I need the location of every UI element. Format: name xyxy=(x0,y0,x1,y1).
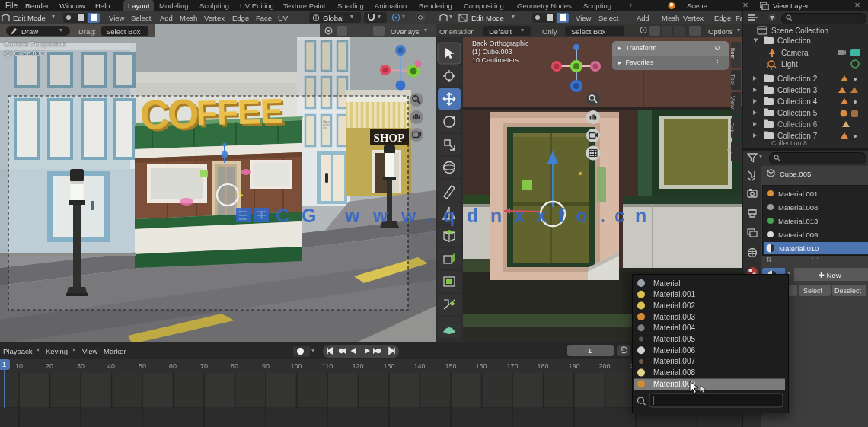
svg-text:o: o xyxy=(576,205,587,226)
svg-text:c: c xyxy=(614,205,625,226)
svg-text:n: n xyxy=(490,205,502,226)
svg-text:60: 60 xyxy=(169,362,177,370)
svg-text:20: 20 xyxy=(46,362,53,370)
svg-text:Material: Material xyxy=(653,279,681,288)
svg-text:Material.008: Material.008 xyxy=(653,368,695,377)
svg-text:Camera: Camera xyxy=(781,49,809,57)
svg-text:Collection 8: Collection 8 xyxy=(771,139,807,147)
svg-text:w: w xyxy=(400,205,416,226)
svg-text:Light: Light xyxy=(781,60,798,69)
svg-text:Material.006: Material.006 xyxy=(653,346,695,355)
svg-text:Scene Collection: Scene Collection xyxy=(771,27,828,35)
svg-text:50: 50 xyxy=(139,362,146,370)
svg-text:Material.009: Material.009 xyxy=(778,231,818,239)
svg-text:Collection 2: Collection 2 xyxy=(777,75,818,83)
svg-text:180: 180 xyxy=(537,362,548,370)
svg-text:G: G xyxy=(302,205,316,226)
svg-text:170: 170 xyxy=(506,362,518,370)
svg-text:Collection 6: Collection 6 xyxy=(777,120,818,129)
svg-text:x: x xyxy=(536,205,547,226)
svg-text:.: . xyxy=(600,205,605,226)
svg-text:200: 200 xyxy=(598,362,610,370)
svg-text:10: 10 xyxy=(15,362,23,370)
svg-text:d: d xyxy=(467,205,478,226)
svg-text:140: 140 xyxy=(413,362,425,370)
svg-text:130: 130 xyxy=(383,362,394,370)
svg-text:40: 40 xyxy=(107,362,115,370)
svg-text:Material.008: Material.008 xyxy=(778,203,818,212)
svg-text:Collection 3: Collection 3 xyxy=(777,86,818,94)
svg-text:110: 110 xyxy=(322,362,333,370)
svg-text:30: 30 xyxy=(77,362,85,370)
svg-text:FFEE: FFEE xyxy=(196,91,283,132)
svg-text:150: 150 xyxy=(445,362,456,370)
svg-text:90: 90 xyxy=(262,362,270,370)
svg-text:x: x xyxy=(514,205,525,226)
svg-text:Collection: Collection xyxy=(777,37,811,45)
svg-text:f: f xyxy=(558,205,565,226)
svg-text:Collection 5: Collection 5 xyxy=(777,109,818,117)
svg-text:190: 190 xyxy=(568,362,579,370)
svg-text:70: 70 xyxy=(200,362,208,370)
svg-text:Material.007: Material.007 xyxy=(653,357,695,365)
svg-text:100: 100 xyxy=(290,362,302,370)
svg-text:Material.001: Material.001 xyxy=(653,290,695,298)
svg-text:.: . xyxy=(426,205,432,226)
svg-text:Collection 4: Collection 4 xyxy=(777,97,818,106)
svg-text:Material.001: Material.001 xyxy=(778,190,818,198)
svg-text:n: n xyxy=(635,205,646,226)
svg-text:q: q xyxy=(443,205,455,226)
svg-text:Material.004: Material.004 xyxy=(653,323,695,332)
svg-text:Material.002: Material.002 xyxy=(653,301,695,310)
svg-text:w: w xyxy=(344,205,360,226)
svg-text:Material.003: Material.003 xyxy=(653,313,695,321)
svg-text:80: 80 xyxy=(231,362,238,370)
svg-text:w: w xyxy=(372,205,388,226)
svg-text:C: C xyxy=(276,205,289,226)
svg-text:Material.010: Material.010 xyxy=(779,244,819,253)
svg-text:Material.009: Material.009 xyxy=(653,380,695,388)
svg-text:Material.013: Material.013 xyxy=(778,217,818,225)
svg-text:SHOP: SHOP xyxy=(374,132,405,144)
svg-text:120: 120 xyxy=(352,362,363,370)
svg-text:CO: CO xyxy=(139,91,199,138)
svg-text:Material.005: Material.005 xyxy=(653,335,695,343)
svg-text:160: 160 xyxy=(475,362,487,370)
